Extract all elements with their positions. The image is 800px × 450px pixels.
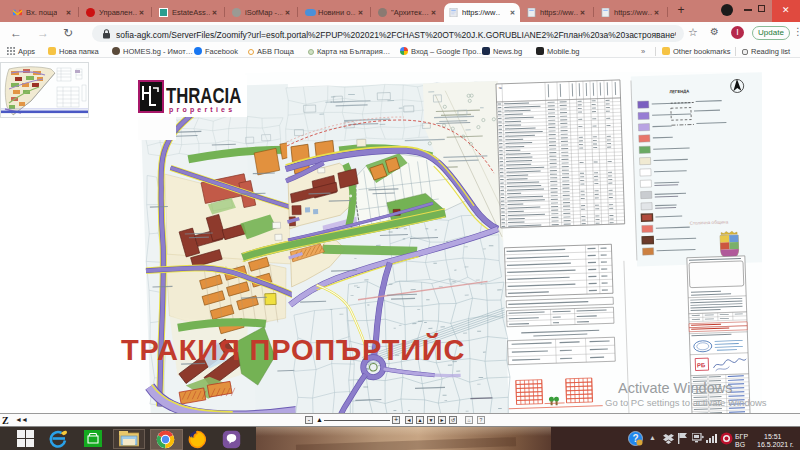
svg-text:ЛЕГЕНДА: ЛЕГЕНДА bbox=[669, 89, 689, 95]
svg-text:РБ: РБ bbox=[697, 362, 706, 368]
